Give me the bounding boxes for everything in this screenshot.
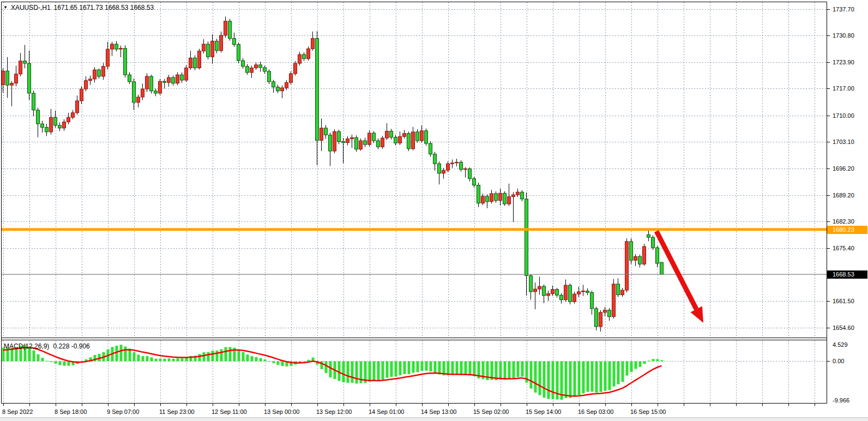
candle-up — [119, 49, 123, 49]
macd-bar — [578, 362, 581, 395]
macd-bar — [574, 362, 576, 397]
candle-down — [495, 194, 498, 201]
candle-down — [630, 242, 633, 260]
candle-down — [128, 75, 131, 82]
time-axis-label: 8 Sep 2022 — [2, 408, 33, 416]
macd-bar — [499, 362, 502, 380]
candle-up — [464, 169, 467, 169]
macd-bar — [412, 362, 415, 373]
candle-up — [447, 164, 450, 170]
candle-down — [560, 295, 563, 299]
chevron-down-icon[interactable]: ▼ — [3, 5, 8, 10]
macd-bar — [456, 362, 459, 375]
macd-bar — [159, 359, 162, 362]
candle-down — [150, 76, 153, 91]
chart-surface[interactable] — [0, 0, 868, 421]
macd-bar — [41, 358, 44, 362]
macd-bar — [168, 358, 171, 361]
candle-down — [407, 134, 411, 149]
candle-up — [455, 162, 459, 163]
candle-up — [76, 101, 79, 113]
candle-down — [337, 131, 341, 141]
candle-down — [329, 135, 332, 151]
macd-bar — [430, 362, 432, 372]
candle-down — [303, 55, 306, 59]
candle-up — [534, 289, 537, 292]
candle-down — [425, 131, 428, 143]
candle-up — [298, 55, 302, 63]
candle-up — [564, 285, 568, 300]
candle-down — [276, 87, 280, 91]
candle-down — [503, 193, 507, 204]
candle-up — [577, 292, 581, 294]
candle-up — [224, 21, 227, 35]
macd-bar — [460, 362, 463, 375]
macd-bar — [600, 362, 602, 392]
candle-down — [438, 164, 441, 173]
candle-up — [346, 139, 349, 143]
macd-bar — [229, 347, 232, 361]
candle-down — [54, 117, 57, 125]
candle-down — [342, 141, 345, 142]
candle-down — [486, 196, 489, 202]
price-axis-label: 1675.40 — [833, 245, 854, 252]
candle-up — [281, 88, 284, 91]
macd-bar — [608, 362, 611, 390]
macd-bar — [469, 362, 472, 376]
macd-name: MACD(12,26,9) — [4, 342, 49, 350]
candle-down — [316, 38, 319, 140]
macd-bar — [587, 362, 589, 392]
macd-bar — [329, 362, 332, 378]
time-axis-label: 16 Sep 15:00 — [630, 408, 666, 416]
price-axis-label: 1654.60 — [833, 324, 854, 332]
candle-up — [412, 132, 415, 149]
candle-down — [233, 38, 236, 44]
price-axis-label: 1682.30 — [833, 218, 854, 225]
price-axis-label: 1717.00 — [833, 85, 854, 92]
macd-bar — [181, 358, 184, 361]
macd-bar — [617, 362, 620, 384]
candle-up — [547, 293, 550, 296]
macd-bar — [508, 362, 511, 380]
macd-bar — [255, 357, 258, 362]
macd-bar — [207, 352, 210, 362]
candle-up — [102, 67, 105, 76]
candle-down — [45, 127, 49, 131]
candle-down — [569, 285, 572, 302]
candle-up — [311, 38, 315, 49]
macd-bar — [569, 362, 572, 398]
macd-bar — [547, 362, 550, 399]
macd-bar — [539, 362, 541, 395]
candle-down — [416, 132, 419, 141]
candle-down — [542, 286, 546, 296]
candle-up — [19, 61, 22, 74]
candle-up — [85, 81, 88, 89]
macd-bar — [403, 362, 406, 374]
candle-up — [189, 58, 192, 68]
current-price-tag: 1668.53 — [827, 270, 867, 279]
candle-up — [10, 83, 14, 86]
candle-down — [656, 248, 659, 263]
candle-up — [255, 65, 258, 68]
candle-up — [211, 41, 214, 57]
candle-up — [621, 290, 624, 294]
macd-bar — [308, 360, 310, 362]
candle-up — [159, 81, 162, 93]
candle-down — [132, 82, 136, 103]
time-axis-label: 13 Sep 00:00 — [264, 408, 299, 416]
candle-down — [246, 67, 249, 73]
candle-down — [586, 291, 589, 293]
candle-down — [154, 91, 158, 93]
macd-bar — [142, 356, 144, 362]
macd-bar — [59, 362, 62, 365]
candle-up — [351, 137, 354, 139]
candle-up — [71, 113, 75, 117]
candle-up — [612, 284, 616, 317]
macd-bar — [238, 350, 240, 361]
macd-bar — [534, 362, 537, 393]
macd-bar — [473, 362, 476, 377]
candle-up — [290, 74, 293, 82]
macd-bar — [425, 362, 428, 371]
macd-bar — [351, 362, 354, 383]
candle-up — [67, 117, 70, 122]
